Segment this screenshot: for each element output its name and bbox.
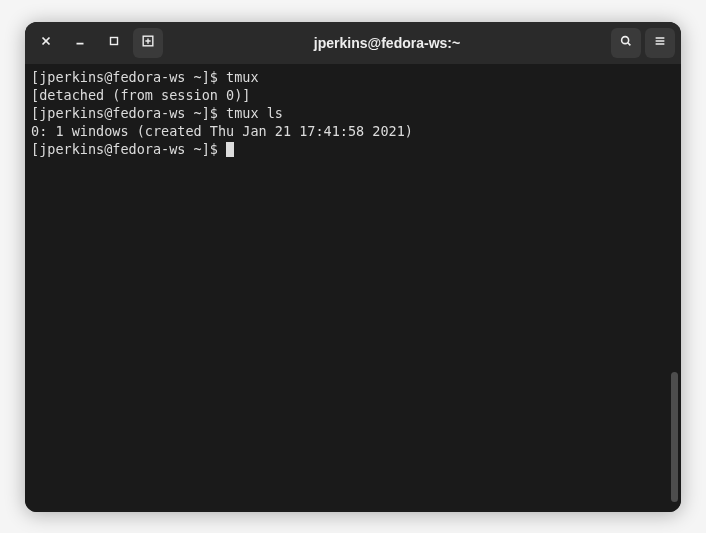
new-tab-icon (141, 34, 155, 51)
search-icon (619, 34, 633, 51)
terminal-line: [jperkins@fedora-ws ~]$ tmux (31, 68, 675, 86)
terminal-content[interactable]: [jperkins@fedora-ws ~]$ tmux [detached (… (25, 64, 681, 512)
terminal-line: [detached (from session 0)] (31, 86, 675, 104)
svg-rect-3 (111, 38, 118, 45)
shell-prompt: [jperkins@fedora-ws ~]$ (31, 69, 226, 85)
output-text: [detached (from session 0)] (31, 87, 250, 103)
command-text: tmux (226, 69, 259, 85)
window-title: jperkins@fedora-ws:~ (167, 35, 607, 51)
svg-line-8 (628, 43, 631, 46)
terminal-line: 0: 1 windows (created Thu Jan 21 17:41:5… (31, 122, 675, 140)
titlebar-right-controls (611, 28, 675, 58)
titlebar: jperkins@fedora-ws:~ (25, 22, 681, 64)
terminal-window: jperkins@fedora-ws:~ (25, 22, 681, 512)
svg-point-7 (622, 37, 629, 44)
maximize-button[interactable] (99, 28, 129, 58)
minimize-button[interactable] (65, 28, 95, 58)
terminal-line: [jperkins@fedora-ws ~]$ (31, 140, 675, 158)
minimize-icon (73, 34, 87, 51)
command-text: tmux ls (226, 105, 283, 121)
scrollbar-thumb[interactable] (671, 372, 678, 502)
new-tab-button[interactable] (133, 28, 163, 58)
shell-prompt: [jperkins@fedora-ws ~]$ (31, 105, 226, 121)
menu-icon (653, 34, 667, 51)
menu-button[interactable] (645, 28, 675, 58)
close-icon (39, 34, 53, 51)
close-button[interactable] (31, 28, 61, 58)
maximize-icon (107, 34, 121, 51)
titlebar-left-controls (31, 28, 163, 58)
output-text: 0: 1 windows (created Thu Jan 21 17:41:5… (31, 123, 413, 139)
cursor (226, 142, 234, 157)
terminal-line: [jperkins@fedora-ws ~]$ tmux ls (31, 104, 675, 122)
shell-prompt: [jperkins@fedora-ws ~]$ (31, 141, 226, 157)
search-button[interactable] (611, 28, 641, 58)
